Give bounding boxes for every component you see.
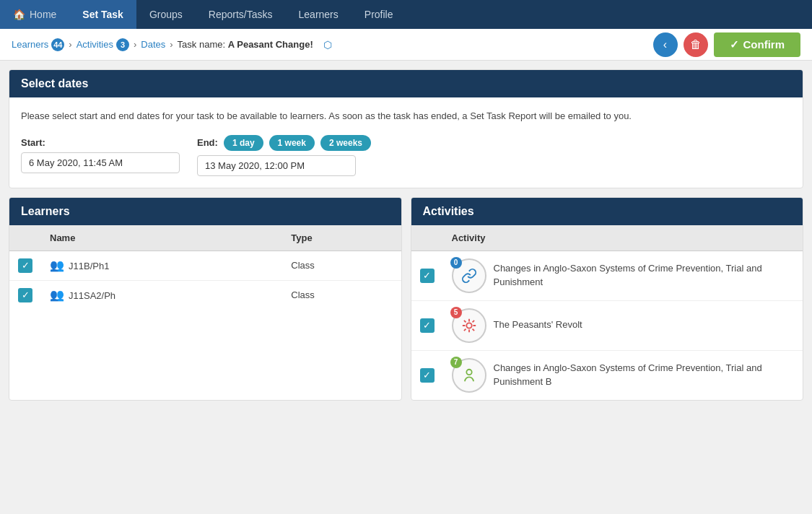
back-button[interactable]: ‹	[653, 32, 678, 57]
end-date-group: End: 1 day 1 week 2 weeks	[197, 135, 371, 176]
activities-table: Activity ✓ 0 Changes in Anglo-Saxon Syst…	[411, 225, 803, 400]
quick-1day-button[interactable]: 1 day	[224, 135, 263, 151]
bottom-panels-row: Learners Name Type ✓ 👥J11B/Ph1 Class ✓ 👥…	[9, 197, 803, 401]
activities-panel: Activities Activity ✓ 0 Changes in Anglo	[411, 197, 804, 401]
breadcrumb-task-prefix: Task name: A Peasant Change!	[178, 39, 313, 50]
breadcrumb-bar: Learners 44 › Activities 3 › Dates › Tas…	[0, 29, 812, 61]
edit-task-name-icon[interactable]: ⬡	[323, 39, 332, 51]
activities-check-col	[411, 225, 443, 251]
svg-line-8	[472, 320, 474, 322]
learner-checkbox[interactable]: ✓	[18, 258, 32, 273]
activity-name: The Peasants' Revolt	[494, 318, 582, 331]
quick-2weeks-button[interactable]: 2 weeks	[320, 135, 371, 151]
quick-1week-button[interactable]: 1 week	[269, 135, 315, 151]
activity-cell: 7 Changes in Anglo-Saxon Systems of Crim…	[452, 358, 795, 393]
breadcrumb: Learners 44 › Activities 3 › Dates › Tas…	[12, 38, 332, 51]
nav-set-task[interactable]: Set Task	[69, 0, 136, 29]
breadcrumb-learners[interactable]: Learners 44	[12, 38, 64, 51]
activity-cell: 5 The Peasants' Revolt	[452, 308, 795, 343]
activity-icon: 7	[452, 358, 486, 393]
group-icon: 👥	[50, 289, 64, 301]
activities-panel-header: Activities	[411, 198, 803, 225]
select-dates-header: Select dates	[9, 70, 803, 97]
table-row: ✓ 5 The Peasants' Revolt	[411, 300, 803, 350]
group-icon: 👥	[50, 259, 64, 271]
confirm-icon: ✓	[730, 38, 739, 51]
learner-checkbox[interactable]: ✓	[18, 288, 32, 302]
learner-name: J11SA2/Ph	[69, 290, 115, 301]
learner-type: Class	[282, 251, 401, 280]
activity-badge: 0	[450, 257, 462, 269]
activity-checkbox[interactable]: ✓	[420, 269, 435, 283]
svg-point-9	[466, 369, 471, 374]
svg-line-3	[463, 320, 466, 322]
learners-name-col: Name	[41, 225, 282, 251]
breadcrumb-sep-1: ›	[69, 39, 71, 50]
learners-type-col: Type	[282, 225, 401, 251]
nav-home[interactable]: 🏠 Home	[0, 0, 69, 29]
learner-name: J11B/Ph1	[69, 261, 109, 271]
table-row: ✓ 7 Changes in Anglo-Saxon Systems of Cr…	[411, 350, 803, 400]
activity-name: Changes in Anglo-Saxon Systems of Crime …	[494, 362, 795, 388]
home-icon: 🏠	[13, 9, 25, 20]
end-label: End:	[197, 137, 218, 148]
activities-activity-col: Activity	[443, 225, 803, 251]
main-content: Select dates Please select start and end…	[0, 61, 812, 409]
learner-type: Class	[282, 280, 401, 310]
activity-icon: 0	[452, 258, 486, 293]
activity-checkbox[interactable]: ✓	[420, 368, 435, 383]
activities-count-badge: 3	[116, 38, 129, 51]
learners-panel: Learners Name Type ✓ 👥J11B/Ph1 Class ✓ 👥…	[9, 197, 402, 401]
learners-panel-header: Learners	[9, 198, 401, 225]
end-date-input[interactable]	[197, 155, 356, 176]
nav-bar: 🏠 Home Set Task Groups Reports/Tasks Lea…	[0, 0, 812, 29]
activity-checkbox[interactable]: ✓	[420, 318, 435, 333]
svg-point-0	[466, 323, 471, 328]
breadcrumb-sep-3: ›	[170, 39, 173, 50]
learners-table: Name Type ✓ 👥J11B/Ph1 Class ✓ 👥J11SA2/Ph…	[9, 225, 401, 310]
table-row: ✓ 0 Changes in Anglo-Saxon Systems of Cr…	[411, 251, 803, 300]
nav-profile[interactable]: Profile	[352, 0, 406, 29]
activity-badge: 7	[450, 357, 462, 368]
breadcrumb-dates[interactable]: Dates	[141, 39, 165, 50]
svg-line-7	[463, 328, 466, 331]
activity-icon: 5	[452, 308, 486, 343]
nav-reports-tasks[interactable]: Reports/Tasks	[196, 0, 286, 29]
start-label: Start:	[21, 137, 180, 148]
start-date-group: Start:	[21, 137, 180, 173]
table-row: ✓ 👥J11SA2/Ph Class	[9, 280, 401, 310]
confirm-button[interactable]: ✓ Set Task Confirm	[714, 32, 801, 57]
activity-name: Changes in Anglo-Saxon Systems of Crime …	[494, 262, 795, 288]
end-label-row: End: 1 day 1 week 2 weeks	[197, 135, 371, 151]
dates-row: Start: End: 1 day 1 week 2 weeks	[21, 135, 791, 176]
select-dates-panel: Select dates Please select start and end…	[9, 69, 803, 188]
activity-badge: 5	[450, 307, 462, 318]
select-dates-body: Please select start and end dates for yo…	[9, 97, 803, 188]
activity-cell: 0 Changes in Anglo-Saxon Systems of Crim…	[452, 258, 795, 293]
breadcrumb-activities[interactable]: Activities 3	[77, 38, 129, 51]
breadcrumb-sep-2: ›	[134, 39, 136, 50]
learners-count-badge: 44	[51, 38, 64, 51]
learners-check-col	[9, 225, 41, 251]
nav-learners[interactable]: Learners	[286, 0, 352, 29]
breadcrumb-actions: ‹ 🗑 ✓ Set Task Confirm	[653, 32, 801, 57]
nav-groups[interactable]: Groups	[136, 0, 196, 29]
table-row: ✓ 👥J11B/Ph1 Class	[9, 251, 401, 280]
svg-line-4	[472, 328, 474, 331]
select-dates-description: Please select start and end dates for yo…	[21, 109, 791, 123]
start-date-input[interactable]	[21, 152, 180, 173]
delete-button[interactable]: 🗑	[684, 32, 708, 57]
